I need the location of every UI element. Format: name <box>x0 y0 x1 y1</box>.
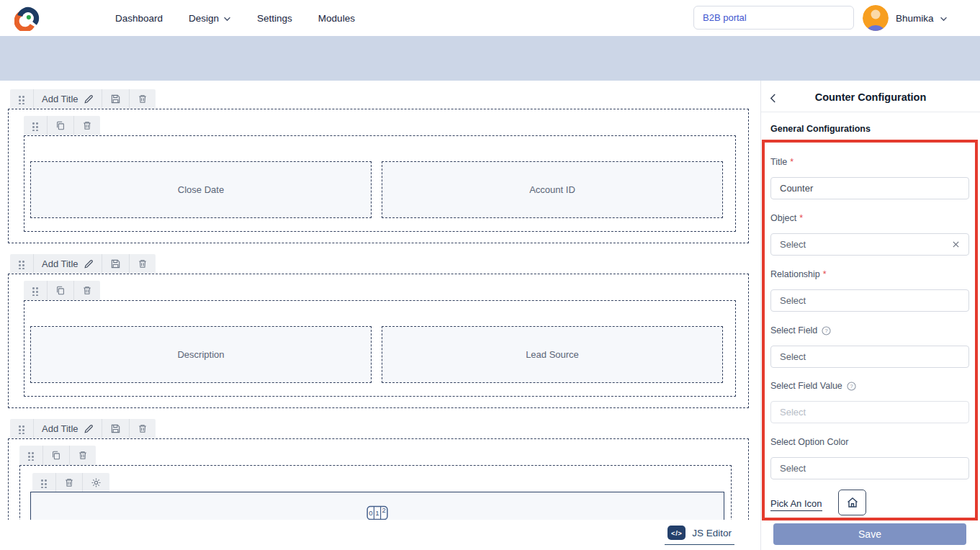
field-widget[interactable]: Lead Source <box>382 326 723 383</box>
save-section-icon[interactable] <box>102 254 129 274</box>
nav-item-design[interactable]: Design <box>189 13 231 24</box>
drag-handle-icon[interactable] <box>19 446 42 465</box>
clear-icon[interactable] <box>952 240 960 248</box>
save-section-icon[interactable] <box>102 89 129 109</box>
trash-icon[interactable] <box>129 89 156 109</box>
page-header: Opportunity - Detail Design › Forms › Ed… <box>0 36 980 81</box>
svg-text:2: 2 <box>382 507 386 515</box>
field-label-object: Object* <box>770 213 803 223</box>
drag-handle-icon[interactable] <box>24 281 47 300</box>
relationship-select[interactable]: Select <box>770 289 969 312</box>
user-menu[interactable]: Bhumika <box>896 0 948 36</box>
top-nav: Dashboard Design Settings Modules Bhumik… <box>0 0 980 36</box>
canvas-footer: </> JS Editor <box>0 520 760 550</box>
section-toolbar: Add Title <box>10 254 156 274</box>
drag-handle-icon[interactable] <box>10 254 33 274</box>
user-name: Bhumika <box>896 13 934 24</box>
code-icon: </> <box>667 526 685 540</box>
object-select[interactable]: Select <box>770 233 969 256</box>
app-logo-icon[interactable] <box>14 5 42 31</box>
field-label-select-field: Select Field ? <box>770 325 831 335</box>
svg-text:0: 0 <box>369 509 372 517</box>
chevron-down-icon <box>223 17 231 22</box>
trash-icon[interactable] <box>69 446 96 465</box>
field-label-relationship: Relationship* <box>770 269 827 279</box>
field-label-title: Title* <box>770 157 794 167</box>
field-label-select-option-color: Select Option Color <box>770 437 848 447</box>
nav-item-settings[interactable]: Settings <box>257 13 292 24</box>
counter-widget[interactable]: 0 1 2 <box>30 492 724 520</box>
icon-preview-button[interactable] <box>838 490 866 515</box>
row-toolbar <box>19 446 96 465</box>
save-button[interactable]: Save <box>773 523 966 545</box>
config-panel: Counter Configuration General Configurat… <box>760 81 980 550</box>
save-section-icon[interactable] <box>102 419 129 438</box>
add-title-button[interactable]: Add Title <box>33 254 102 274</box>
svg-text:1: 1 <box>375 509 379 517</box>
trash-icon[interactable] <box>55 473 82 492</box>
trash-icon[interactable] <box>73 281 100 300</box>
section-toolbar: Add Title <box>10 89 156 109</box>
trash-icon[interactable] <box>129 254 156 274</box>
copy-icon[interactable] <box>42 446 69 465</box>
panel-title: Counter Configuration <box>761 91 980 103</box>
field-label-select-field-value: Select Field Value ? <box>770 381 856 391</box>
select-field-value-select: Select <box>770 401 969 423</box>
counter-icon: 0 1 2 <box>366 504 389 520</box>
field-widget[interactable]: Close Date <box>30 161 372 218</box>
svg-text:?: ? <box>825 328 828 334</box>
avatar[interactable] <box>863 5 889 31</box>
pencil-icon <box>84 259 94 269</box>
help-icon[interactable]: ? <box>847 382 856 391</box>
field-widget[interactable]: Description <box>30 326 372 383</box>
gear-icon[interactable] <box>82 473 109 492</box>
copy-icon[interactable] <box>47 116 73 135</box>
select-option-color-select[interactable]: Select <box>770 457 969 479</box>
help-icon[interactable]: ? <box>822 326 831 335</box>
nav-item-modules[interactable]: Modules <box>318 13 355 24</box>
drag-handle-icon[interactable] <box>32 473 55 492</box>
main-nav: Dashboard Design Settings Modules <box>115 0 355 36</box>
chevron-down-icon <box>940 17 948 22</box>
portal-search-input[interactable] <box>693 6 854 30</box>
section-toolbar: Add Title <box>10 419 156 438</box>
svg-text:?: ? <box>850 383 853 389</box>
trash-icon[interactable] <box>73 116 100 135</box>
pencil-icon <box>84 94 94 104</box>
drag-handle-icon[interactable] <box>10 89 33 109</box>
add-title-button[interactable]: Add Title <box>33 419 102 438</box>
divider <box>761 112 980 112</box>
widget-toolbar <box>32 473 109 492</box>
pencil-icon <box>84 424 94 434</box>
pick-an-icon-link[interactable]: Pick An Icon <box>770 498 822 511</box>
form-canvas: Add Title Close Date Account ID Add Titl… <box>0 81 760 520</box>
home-icon <box>846 496 859 509</box>
drag-handle-icon[interactable] <box>10 419 33 438</box>
js-editor-button[interactable]: </> JS Editor <box>665 526 734 545</box>
copy-icon[interactable] <box>47 281 73 300</box>
row-toolbar <box>24 116 100 135</box>
nav-item-dashboard[interactable]: Dashboard <box>115 13 163 24</box>
trash-icon[interactable] <box>129 419 156 438</box>
section-heading: General Configurations <box>770 124 871 134</box>
select-field-select[interactable]: Select <box>770 346 969 368</box>
field-widget[interactable]: Account ID <box>382 161 723 218</box>
add-title-button[interactable]: Add Title <box>33 89 102 109</box>
drag-handle-icon[interactable] <box>24 116 47 135</box>
title-input[interactable] <box>770 177 969 199</box>
row-toolbar <box>24 281 100 300</box>
